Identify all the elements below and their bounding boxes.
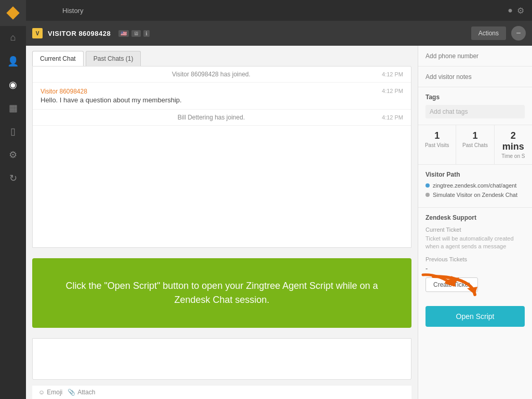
flag-us: 🇺🇸 xyxy=(118,30,129,37)
visitor-path-section: Visitor Path zingtree.zendesk.com/chat/a… xyxy=(418,165,532,208)
zingtree-promo-box: Click the "Open Script" button to open y… xyxy=(32,258,411,328)
system-message-bill: Bill Dettering has joined. 4:12 PM xyxy=(33,110,411,126)
stat-num-visits: 1 xyxy=(422,130,451,141)
open-script-area: Open Script xyxy=(418,298,532,335)
monitor-icon[interactable]: ▯ xyxy=(0,119,26,143)
stat-lbl-visits: Past Visits xyxy=(422,142,451,148)
current-ticket-label: Current Ticket xyxy=(425,227,525,233)
messages-area[interactable]: Visitor 86098428 has joined. 4:12 PM Vis… xyxy=(32,66,411,248)
left-sidebar: ⌂ 👤 ◉ ▦ ▯ ⚙ ↻ xyxy=(0,0,26,399)
path-dot-2 xyxy=(425,193,430,197)
stat-time-on: 2 mins Time on S xyxy=(495,125,532,164)
close-button[interactable]: − xyxy=(511,26,526,41)
stat-past-visits: 1 Past Visits xyxy=(418,125,456,164)
flag-monitor: 🖥 xyxy=(131,30,141,37)
previous-tickets-label: Previous Tickets xyxy=(425,256,525,262)
tags-input[interactable]: Add chat tags xyxy=(425,105,525,118)
settings-icon[interactable]: ⚙ xyxy=(0,143,26,166)
settings-top-icon[interactable]: ⚙ xyxy=(517,6,524,16)
visitor-flags: 🇺🇸 🖥 ℹ xyxy=(118,30,150,37)
emoji-icon: ☺ xyxy=(38,389,45,396)
app-logo xyxy=(0,0,26,26)
top-header-bar: History ● ⚙ xyxy=(26,0,532,21)
top-right-icons: ● ⚙ xyxy=(508,6,532,16)
tabs-bar: Current Chat Past Chats (1) xyxy=(26,46,418,66)
input-toolbar: ☺ Emoji 📎 Attach xyxy=(32,385,411,399)
message-text: Hello. I have a question about my member… xyxy=(41,96,377,104)
history-label: History xyxy=(62,7,83,15)
arrow-overlay xyxy=(431,274,483,302)
system-message-join: Visitor 86098428 has joined. 4:12 PM xyxy=(33,66,411,83)
tags-section: Tags Add chat tags xyxy=(418,87,532,125)
message-content: Visitor 86098428 Hello. I have a questio… xyxy=(41,88,377,104)
notes-section xyxy=(418,66,532,87)
open-script-button[interactable]: Open Script xyxy=(425,306,525,327)
notifications-icon[interactable]: ● xyxy=(508,6,513,15)
visitor-bar: V VISITOR 86098428 🇺🇸 🖥 ℹ Actions − xyxy=(26,21,532,46)
path-url-2: Simulate Visitor on Zendesk Chat xyxy=(433,192,517,198)
message-textarea[interactable] xyxy=(38,344,406,370)
chat-panel: Current Chat Past Chats (1) Visitor 8609… xyxy=(26,46,418,399)
visitor-message-row: Visitor 86098428 Hello. I have a questio… xyxy=(33,83,411,110)
phone-input[interactable] xyxy=(425,52,525,60)
zendesk-title: Zendesk Support xyxy=(425,214,525,221)
phone-section xyxy=(418,46,532,66)
visitor-sender-link[interactable]: Visitor 86098428 xyxy=(41,88,377,95)
notes-input[interactable] xyxy=(425,73,525,81)
system-time-3: 4:12 PM xyxy=(382,114,403,121)
emoji-label: Emoji xyxy=(47,389,62,396)
stat-lbl-chats: Past Chats xyxy=(460,142,489,148)
path-dot-1 xyxy=(425,183,430,188)
stat-past-chats: 1 Past Chats xyxy=(456,125,494,164)
history-icon[interactable]: ↻ xyxy=(0,166,26,190)
attach-button[interactable]: 📎 Attach xyxy=(68,389,95,396)
stat-num-chats: 1 xyxy=(460,130,489,141)
tab-past-chats[interactable]: Past Chats (1) xyxy=(86,51,141,66)
main-container: History ● ⚙ V VISITOR 86098428 🇺🇸 🖥 ℹ Ac… xyxy=(26,0,532,399)
tags-title: Tags xyxy=(425,94,525,101)
history-tab-header: History xyxy=(26,0,94,21)
visitor-name: VISITOR 86098428 xyxy=(48,30,111,37)
visitor-avatar: V xyxy=(32,28,43,38)
flag-info: ℹ xyxy=(143,30,150,37)
system-text-visitor-joined: Visitor 86098428 has joined. xyxy=(41,71,382,78)
system-text-bill-joined: Bill Dettering has joined. xyxy=(41,114,382,121)
tab-current-chat[interactable]: Current Chat xyxy=(32,51,84,66)
attach-label: Attach xyxy=(77,389,95,396)
users-icon[interactable]: 👤 xyxy=(0,49,26,73)
message-input-area[interactable] xyxy=(32,338,411,380)
ticket-auto-note: Ticket will be automatically created whe… xyxy=(425,235,525,251)
analytics-icon[interactable]: ▦ xyxy=(0,96,26,119)
stat-lbl-time: Time on S xyxy=(499,153,528,159)
message-time-2: 4:12 PM xyxy=(382,88,403,94)
actions-button[interactable]: Actions xyxy=(471,26,506,40)
stat-num-time: 2 mins xyxy=(499,130,528,152)
home-icon[interactable]: ⌂ xyxy=(0,26,26,49)
visitor-path-item-1: zingtree.zendesk.com/chat/agent xyxy=(425,182,525,189)
system-time-1: 4:12 PM xyxy=(382,71,403,77)
logo-diamond xyxy=(6,6,19,19)
path-url-1: zingtree.zendesk.com/chat/agent xyxy=(433,182,516,189)
promo-text: Click the "Open Script" button to open y… xyxy=(65,281,378,305)
emoji-button[interactable]: ☺ Emoji xyxy=(38,389,62,396)
attach-icon: 📎 xyxy=(68,389,75,396)
stats-row: 1 Past Visits 1 Past Chats 2 mins Time o… xyxy=(418,125,532,165)
right-sidebar: Tags Add chat tags 1 Past Visits 1 Past … xyxy=(418,46,532,399)
visitor-path-item-2: Simulate Visitor on Zendesk Chat xyxy=(425,192,525,198)
chat-and-sidebar: Current Chat Past Chats (1) Visitor 8609… xyxy=(26,46,532,399)
visitor-path-title: Visitor Path xyxy=(425,171,525,178)
chat-icon[interactable]: ◉ xyxy=(0,73,26,96)
